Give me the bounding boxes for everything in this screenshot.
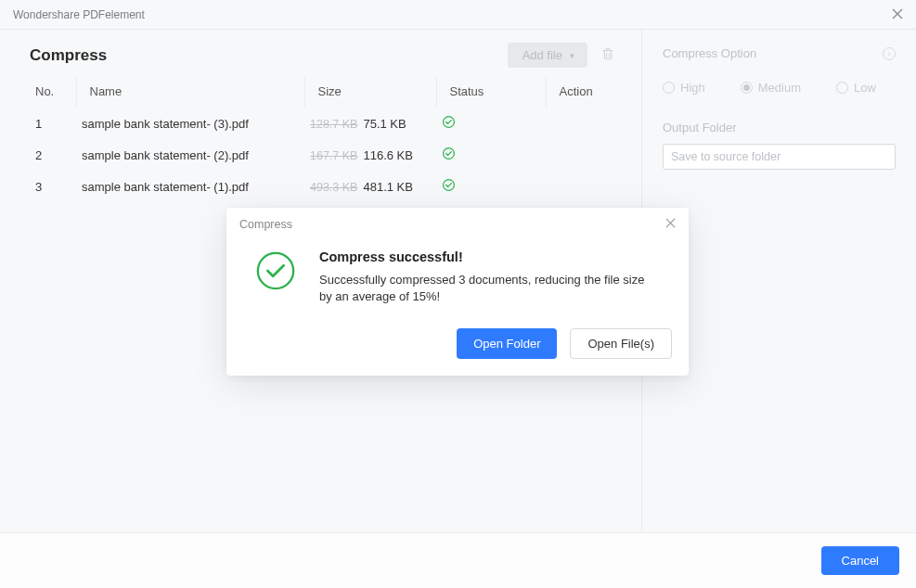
cell-name: sample bank statement- (3).pdf [76,108,304,139]
dialog-message: Successfully compressed 3 documents, red… [319,272,653,304]
footer: Cancel [0,532,916,588]
dialog-close-icon[interactable] [665,217,676,231]
compress-level-medium[interactable]: Medium [741,81,801,95]
cell-action [546,108,615,139]
cell-status [436,108,546,139]
cell-status [436,171,546,202]
cell-no: 3 [30,171,76,202]
success-check-icon [254,249,297,304]
cell-no: 2 [30,139,76,171]
dialog-title: Compress [239,218,292,231]
new-size: 481.1 KB [363,180,413,194]
cell-size: 128.7 KB75.1 KB [304,108,436,139]
svg-point-2 [444,180,455,191]
cell-size: 167.7 KB116.6 KB [304,139,436,171]
open-files-button[interactable]: Open File(s) [570,328,672,359]
status-success-icon [442,181,456,195]
window-close-icon[interactable] [892,7,903,22]
dialog-heading: Compress successful! [319,249,653,264]
table-row[interactable]: 1sample bank statement- (3).pdf128.7 KB7… [30,108,615,139]
col-header-name: Name [76,77,304,108]
table-row[interactable]: 3sample bank statement- (1).pdf493.3 KB4… [30,171,615,202]
cell-name: sample bank statement- (1).pdf [76,171,304,202]
old-size: 167.7 KB [310,149,357,162]
open-folder-button[interactable]: Open Folder [457,328,557,359]
cancel-button[interactable]: Cancel [821,546,899,575]
app-title: Wondershare PDFelement [13,8,145,21]
radio-label: High [680,81,705,95]
radio-icon [836,82,848,94]
col-header-status: Status [436,77,546,108]
new-size: 116.6 KB [363,148,413,162]
title-bar: Wondershare PDFelement [0,0,916,30]
col-header-action: Action [546,77,615,108]
add-file-button[interactable]: Add file ▾ [508,43,587,68]
col-header-size: Size [304,77,436,108]
radio-label: Medium [758,81,801,95]
compress-level-low[interactable]: Low [836,81,876,95]
new-size: 75.1 KB [363,117,406,131]
old-size: 128.7 KB [310,118,357,131]
status-success-icon [442,118,456,132]
radio-icon [663,82,675,94]
cell-name: sample bank statement- (2).pdf [76,139,304,171]
radio-label: Low [854,81,876,95]
chevron-down-icon: ▾ [570,51,574,60]
compress-level-group: High Medium Low [663,81,896,95]
cell-no: 1 [30,108,76,139]
info-icon[interactable]: › [883,47,896,60]
compress-option-label: Compress Option [663,46,756,60]
col-header-no: No. [30,77,76,108]
compress-result-dialog: Compress Compress successful! Successful… [226,208,689,376]
status-success-icon [442,149,456,163]
table-row[interactable]: 2sample bank statement- (2).pdf167.7 KB1… [30,139,615,171]
compress-level-high[interactable]: High [663,81,705,95]
output-folder-label: Output Folder [663,121,896,134]
cell-size: 493.3 KB481.1 KB [304,171,436,202]
cell-action [546,171,615,202]
cell-action [546,139,615,171]
cell-status [436,139,546,171]
add-file-label: Add file [523,48,562,62]
delete-icon[interactable] [600,46,615,65]
table-header-row: No. Name Size Status Action [30,77,615,108]
svg-point-3 [258,253,293,288]
old-size: 493.3 KB [310,181,357,194]
svg-point-1 [444,148,455,160]
output-folder-input[interactable] [663,144,896,170]
radio-icon [741,82,753,94]
file-table: No. Name Size Status Action 1sample bank… [30,77,615,202]
svg-point-0 [444,117,455,128]
